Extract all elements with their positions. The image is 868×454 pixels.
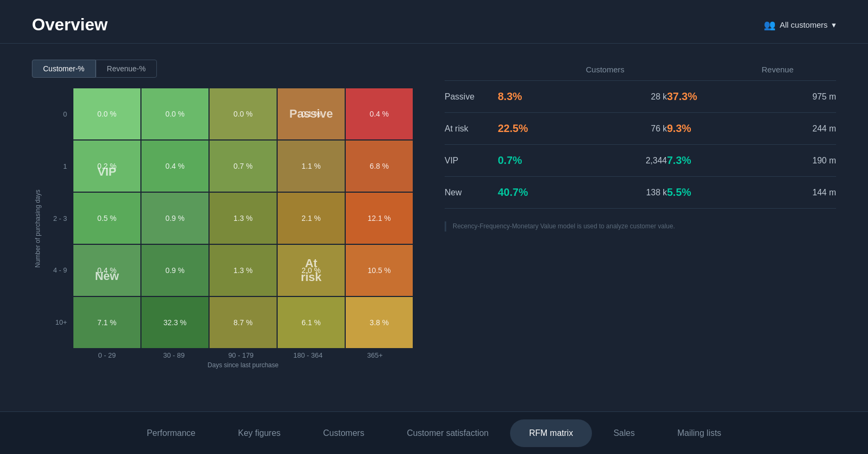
rfm-row-label: Passive [445,92,498,102]
nav-item-customer-satisfaction[interactable]: Customer satisfaction [386,412,510,455]
header: Overview 👥 All customers ▾ [0,0,868,44]
header-label-col [445,65,498,74]
table-row: 0.0 % [210,88,277,139]
table-row: 1.1 % [278,141,345,192]
pct-customers: 8.3% [498,90,624,103]
table-row: 0.0 % [141,88,208,139]
x-label-180-364: 180 - 364 [274,351,341,359]
header-rev-val [794,65,836,74]
y-label-4-9: 4 - 9 [46,245,67,296]
y-labels: 10+ 4 - 9 2 - 3 1 0 [46,88,67,348]
rfm-table: Customers Revenue Passive 8.3% 28 k 37.3… [445,65,836,232]
count-val: 28 k [624,92,667,102]
table-row: 0.4 %New [73,245,140,296]
rfm-table-header: Customers Revenue [445,65,836,81]
rfm-row-label: VIP [445,156,498,166]
x-label-30-89: 30 - 89 [140,351,207,359]
bottom-nav: PerformanceKey figuresCustomersCustomer … [0,411,868,454]
pct-customers: 40.7% [498,186,624,199]
table-row: 32.3 % [141,297,208,348]
rev-val: 190 m [794,156,836,166]
x-label-90-179: 90 - 179 [207,351,274,359]
x-labels: 0 - 29 30 - 89 90 - 179 180 - 364 365+ [73,351,413,359]
y-label-1: 1 [46,141,67,192]
rfm-note: Recency-Frequency-Monetary Value model i… [445,221,836,232]
nav-item-sales[interactable]: Sales [592,412,656,455]
rev-val: 244 m [794,124,836,134]
table-row: 12.1 % [346,193,413,244]
table-row: 6.8 % [346,141,413,192]
rfm-table-row: New 40.7% 138 k 5.5% 144 m [445,177,836,209]
table-row: 0.7 % [210,141,277,192]
all-customers-button[interactable]: 👥 All customers ▾ [764,19,836,31]
right-panel: Customers Revenue Passive 8.3% 28 k 37.3… [445,60,836,369]
rfm-row-label: New [445,188,498,197]
y-axis-label: Number of purchasing days [32,88,41,369]
table-row: 2.1 % [278,193,345,244]
toggle-customer-pct[interactable]: Customer-% [32,60,96,78]
header-customers: Customers [498,65,624,74]
toggle-revenue-pct[interactable]: Revenue-% [96,60,157,78]
main-content: Customer-% Revenue-% Number of purchasin… [0,44,868,385]
table-row: 0.9 % [141,193,208,244]
table-row: 7.1 % [73,297,140,348]
x-label-0-29: 0 - 29 [73,351,140,359]
chevron-down-icon: ▾ [832,20,836,30]
pct-revenue: 37.3% [667,90,794,103]
rev-val: 144 m [794,188,836,197]
matrix-section: Customer-% Revenue-% Number of purchasin… [32,60,413,369]
count-val: 76 k [624,124,667,134]
x-label-365plus: 365+ [341,351,408,359]
table-row: 0.5 % [73,193,140,244]
table-row: 10.5 % [346,245,413,296]
y-label-10plus: 10+ [46,296,67,348]
rfm-table-row: At risk 22.5% 76 k 9.3% 244 m [445,113,836,145]
rfm-rows: Passive 8.3% 28 k 37.3% 975 m At risk 22… [445,81,836,209]
y-label-0: 0 [46,89,67,140]
nav-item-key-figures[interactable]: Key figures [216,412,302,455]
table-row: 0.2 %VIP [73,141,140,192]
header-revenue: Revenue [667,65,794,74]
table-row: 0.9 % [141,245,208,296]
rfm-row-label: At risk [445,124,498,134]
matrix-grid: 0.0 %0.0 %0.0 %0.1 %Passive0.4 %0.2 %VIP… [73,88,413,348]
pct-revenue: 5.5% [667,186,794,199]
pct-revenue: 7.3% [667,154,794,167]
y-labels-and-grid: 10+ 4 - 9 2 - 3 1 0 0.0 %0.0 %0.0 %0.1 %… [46,88,413,348]
table-row: 1.3 % [210,193,277,244]
nav-items: PerformanceKey figuresCustomersCustomer … [126,412,742,455]
rfm-table-row: VIP 0.7% 2,344 7.3% 190 m [445,145,836,177]
page-title: Overview [32,15,107,35]
pct-revenue: 9.3% [667,122,794,135]
rev-val: 975 m [794,92,836,102]
rfm-table-row: Passive 8.3% 28 k 37.3% 975 m [445,81,836,113]
nav-item-performance[interactable]: Performance [126,412,217,455]
nav-item-mailing-lists[interactable]: Mailing lists [656,412,742,455]
matrix-with-labels: 10+ 4 - 9 2 - 3 1 0 0.0 %0.0 %0.0 %0.1 %… [46,88,413,369]
x-axis-label: Days since last purchase [73,361,413,369]
table-row: 0.0 % [73,88,140,139]
table-row: 1.3 % [210,245,277,296]
table-row: 0.4 % [141,141,208,192]
toggle-group: Customer-% Revenue-% [32,60,413,78]
table-row: 3.8 % [346,297,413,348]
nav-item-customers[interactable]: Customers [302,412,386,455]
y-label-2-3: 2 - 3 [46,193,67,244]
table-row: 2.0 %At risk [278,245,345,296]
table-row: 0.4 % [346,88,413,139]
pct-customers: 22.5% [498,122,624,135]
table-row: 8.7 % [210,297,277,348]
table-row: 6.1 % [278,297,345,348]
customers-icon: 👥 [764,19,775,31]
pct-customers: 0.7% [498,154,624,167]
matrix-container: Number of purchasing days 10+ 4 - 9 2 - … [32,88,413,369]
header-count [624,65,667,74]
count-val: 2,344 [624,156,667,166]
all-customers-label: All customers [780,20,828,29]
count-val: 138 k [624,188,667,197]
nav-item-rfm-matrix[interactable]: RFM matrix [510,419,592,447]
table-row: 0.1 %Passive [278,88,345,139]
